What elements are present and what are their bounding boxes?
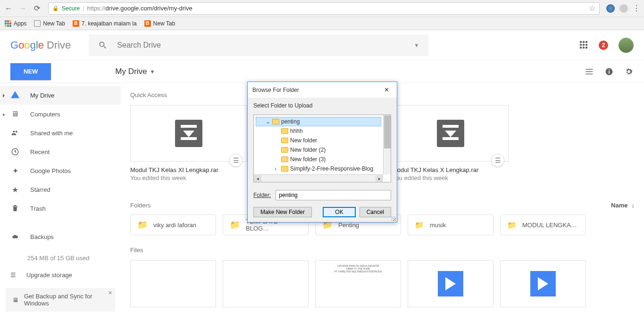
make-new-folder-button[interactable]: Make New Folder bbox=[253, 207, 312, 217]
browser-toolbar: ← → ⟳ 🔒 Secure | https://drive.google.co… bbox=[0, 0, 644, 17]
file-type-badge: ☰ bbox=[491, 154, 504, 167]
search-options-icon[interactable]: ▼ bbox=[414, 42, 419, 48]
settings-icon[interactable] bbox=[624, 67, 634, 76]
folder-icon bbox=[272, 119, 279, 124]
close-icon[interactable]: ✕ bbox=[108, 290, 112, 296]
file-card[interactable] bbox=[130, 260, 216, 307]
details-icon[interactable] bbox=[604, 67, 614, 76]
sidebar-item-recent[interactable]: Recent bbox=[0, 142, 121, 161]
shared-folder-icon: 📁 bbox=[415, 221, 424, 230]
dialog-title: Browse For Folder bbox=[252, 87, 299, 93]
tree-node[interactable]: New folder (3) bbox=[256, 155, 381, 164]
resize-grip[interactable] bbox=[391, 216, 396, 221]
bookmark-star-icon[interactable]: ☆ bbox=[589, 4, 595, 13]
tree-node[interactable]: New folder bbox=[256, 136, 381, 145]
close-button[interactable]: ✕ bbox=[381, 85, 392, 94]
sort-control[interactable]: Name↓ bbox=[611, 202, 635, 209]
sidebar-item-computers[interactable]: 🖥Computers▸ bbox=[0, 105, 121, 123]
photos-icon: ✦ bbox=[10, 166, 20, 175]
shared-folder-icon: 📁 bbox=[507, 221, 517, 230]
arrow-right-icon bbox=[530, 271, 556, 296]
quick-access-card[interactable]: ☰ Modul TKJ Kelas X Lengkap.rar You edit… bbox=[392, 105, 509, 189]
document-preview: LAPORAN PRAKTIK KERJA INDUSTRIFIBER TO T… bbox=[316, 261, 401, 307]
google-drive-logo[interactable]: Google Drive bbox=[10, 39, 71, 51]
archive-icon bbox=[437, 120, 464, 147]
search-icon[interactable] bbox=[98, 41, 108, 50]
arrow-right-icon bbox=[438, 271, 463, 296]
ok-button[interactable]: OK bbox=[323, 207, 355, 217]
file-card[interactable] bbox=[500, 260, 586, 307]
document-preview bbox=[131, 261, 216, 307]
forward-icon[interactable]: → bbox=[18, 4, 27, 13]
account-avatar[interactable] bbox=[619, 38, 634, 53]
svg-rect-1 bbox=[609, 71, 610, 74]
folder-icon: 📁 bbox=[137, 220, 148, 230]
file-card[interactable] bbox=[408, 260, 493, 307]
apps-bookmark[interactable]: Apps bbox=[5, 20, 26, 27]
tree-node[interactable]: ›Simplify-2-Free-Responsive-Blog bbox=[256, 164, 381, 173]
storage-icon: ☰ bbox=[10, 271, 16, 279]
folders-heading: Folders bbox=[130, 202, 151, 209]
extension-icon[interactable] bbox=[619, 4, 628, 13]
google-logo: Google bbox=[10, 39, 44, 51]
trash-icon bbox=[10, 204, 20, 213]
chevron-down-icon: ▼ bbox=[150, 69, 155, 74]
dialog-titlebar[interactable]: Browse For Folder ✕ bbox=[248, 82, 397, 98]
file-card[interactable]: LAPORAN PRAKTIK KERJA INDUSTRIFIBER TO T… bbox=[315, 260, 401, 307]
bookmark-newtab[interactable]: New Tab bbox=[34, 20, 65, 27]
sidebar-item-starred[interactable]: ★Starred bbox=[0, 180, 121, 199]
people-icon bbox=[10, 129, 20, 137]
reload-icon[interactable]: ⟳ bbox=[32, 4, 42, 13]
file-card[interactable] bbox=[223, 260, 309, 307]
search-input[interactable] bbox=[117, 41, 404, 49]
upgrade-storage-link[interactable]: ☰Upgrade storage bbox=[0, 265, 121, 284]
sidebar-item-photos[interactable]: ✦Google Photos bbox=[0, 161, 121, 180]
blogger-icon: B bbox=[73, 20, 79, 27]
clock-icon bbox=[10, 148, 20, 156]
header-actions: 2 bbox=[580, 38, 634, 53]
app-header: Google Drive ▼ 2 bbox=[0, 30, 644, 60]
bookmarks-bar: Apps New Tab B7. keajaiban malam la BNew… bbox=[0, 17, 644, 30]
folder-card[interactable]: 📁musik bbox=[408, 214, 493, 235]
sidebar-item-mydrive[interactable]: My Drive bbox=[0, 86, 121, 105]
folder-tree: ⌄penting hhhh New folder New folder (2) … bbox=[253, 115, 391, 182]
drive-icon bbox=[11, 91, 19, 99]
back-icon[interactable]: ← bbox=[4, 4, 13, 13]
cancel-button[interactable]: Cancel bbox=[360, 207, 391, 217]
sidebar-item-backups[interactable]: Backups bbox=[0, 227, 121, 246]
folder-icon bbox=[281, 156, 288, 162]
sidebar-item-trash[interactable]: Trash bbox=[0, 199, 121, 218]
extension-icon[interactable] bbox=[606, 4, 615, 13]
folder-field-label: Folder: bbox=[253, 192, 271, 198]
apps-icon bbox=[5, 20, 11, 27]
horizontal-scrollbar[interactable]: ◂▸ bbox=[254, 174, 383, 182]
bookmark-keajaiban[interactable]: B7. keajaiban malam la bbox=[73, 20, 137, 27]
lock-icon: 🔒 bbox=[52, 5, 59, 11]
folder-icon: 📁 bbox=[230, 220, 240, 230]
chrome-menu-icon[interactable]: ⋮ bbox=[633, 4, 640, 13]
vertical-scrollbar[interactable] bbox=[383, 115, 391, 174]
collapse-icon[interactable]: ⌄ bbox=[266, 118, 270, 125]
url-text: https://drive.google.com/drive/my-drive bbox=[87, 5, 192, 12]
sidebar-item-shared[interactable]: Shared with me bbox=[0, 123, 121, 142]
expand-icon[interactable]: › bbox=[275, 165, 279, 172]
folder-name-input[interactable] bbox=[276, 190, 391, 200]
tree-node[interactable]: New folder (2) bbox=[256, 145, 381, 155]
folder-card[interactable]: 📁MODUL LENGKA… bbox=[500, 214, 586, 235]
address-bar[interactable]: 🔒 Secure | https://drive.google.com/driv… bbox=[48, 2, 600, 15]
breadcrumb[interactable]: My Drive ▼ bbox=[115, 67, 155, 76]
folder-card[interactable]: 📁viky ardi laforan bbox=[130, 214, 216, 235]
google-apps-icon[interactable] bbox=[580, 41, 588, 49]
quick-access-card[interactable]: ☰ Modul TKJ Kelas XI Lengkap.rar You edi… bbox=[130, 105, 247, 189]
sub-toolbar: NEW My Drive ▼ bbox=[0, 60, 644, 83]
bookmark-newtab2[interactable]: BNew Tab bbox=[144, 20, 175, 27]
new-button[interactable]: NEW bbox=[10, 63, 51, 80]
browse-folder-dialog: Browse For Folder ✕ Select Folder to Upl… bbox=[247, 82, 397, 222]
notifications-badge[interactable]: 2 bbox=[599, 41, 608, 50]
list-view-icon[interactable] bbox=[585, 67, 594, 76]
blogger-icon: B bbox=[144, 20, 151, 27]
backup-sync-banner[interactable]: 🖥 Get Backup and Sync for Windows ✕ bbox=[6, 288, 115, 312]
search-box[interactable]: ▼ bbox=[89, 34, 428, 56]
tree-node[interactable]: hhhh bbox=[256, 126, 381, 136]
tree-node-root[interactable]: ⌄penting bbox=[256, 117, 381, 126]
